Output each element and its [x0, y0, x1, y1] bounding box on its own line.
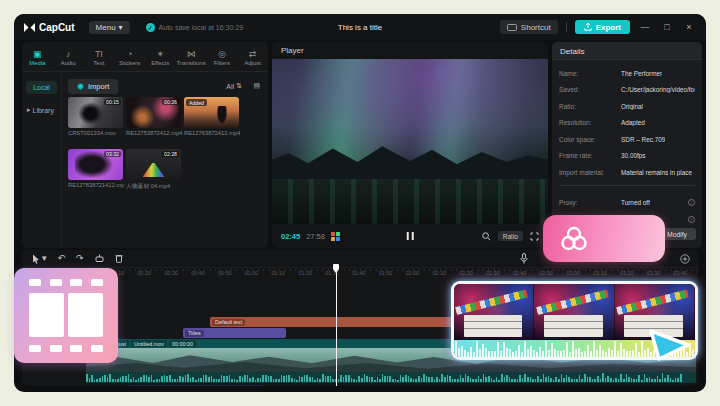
import-icon	[77, 83, 84, 90]
adjust-icon: ⇄	[249, 49, 257, 59]
titles-clip[interactable]: Titles	[183, 328, 286, 338]
timeline-ruler[interactable]: 00:0000:1000:2000:3000:4000:5001:0001:10…	[22, 268, 698, 280]
fullscreen-icon[interactable]	[530, 232, 539, 241]
lake-reflection	[272, 179, 548, 224]
media-sidebar: Local ▸ Library	[22, 73, 62, 248]
filter-rings-icon	[559, 226, 589, 252]
export-button[interactable]: Export	[575, 20, 630, 34]
audio-clip[interactable]: Speed 2.0xAudio.aac00:00:00	[128, 385, 265, 386]
import-button[interactable]: Import	[68, 79, 118, 94]
shortcut-button[interactable]: Shortcut	[500, 20, 558, 34]
delete-button[interactable]	[115, 254, 123, 263]
maximize-button[interactable]: □	[660, 22, 674, 32]
media-thumb-3[interactable]: Added	[184, 97, 239, 128]
filmstrip-sticker-overlay	[14, 268, 118, 363]
record-voiceover-button[interactable]	[520, 253, 528, 264]
titlebar-right: Shortcut Export — □ ×	[500, 20, 696, 34]
tab-media[interactable]: ▣ Media	[22, 42, 53, 71]
filmstrip-frame	[29, 293, 64, 337]
media-thumb-5[interactable]: 02:28	[126, 149, 181, 180]
ruler-tick: 03:10	[593, 270, 607, 276]
details-value: Turned off	[621, 199, 650, 206]
tab-transitions[interactable]: ⋈ Transitions	[176, 42, 207, 71]
filmstrip-frame	[68, 293, 103, 337]
stickers-icon: ◔	[127, 49, 132, 59]
details-value: C:/User/jackoring/video/footage	[621, 86, 695, 93]
pause-button[interactable]	[407, 232, 414, 240]
filter-all-dropdown[interactable]: All ⇅	[226, 82, 242, 90]
details-label: Proxy:	[559, 199, 621, 206]
details-value: Material remains in place	[621, 169, 692, 176]
playhead[interactable]	[332, 264, 340, 386]
redo-button[interactable]: ↷	[76, 254, 84, 263]
playhead-line	[336, 272, 337, 386]
split-button[interactable]	[95, 254, 104, 263]
track-disable-icon[interactable]: ⊘	[32, 384, 39, 386]
select-tool-button[interactable]: ▾	[32, 254, 47, 264]
check-icon: ✓	[146, 23, 155, 32]
quality-icon[interactable]	[331, 232, 340, 241]
ratio-button[interactable]: Ratio	[498, 231, 523, 241]
video-preview[interactable]	[272, 59, 548, 224]
tab-audio[interactable]: ♪ Audio	[53, 42, 84, 71]
ruler-tick: 02:40	[513, 270, 527, 276]
details-row: Frame rate:30.00fps	[552, 148, 702, 165]
chevron-down-icon: ▾	[119, 23, 123, 32]
ruler-tick: 00:20	[138, 270, 152, 276]
media-thumb-4[interactable]: 03:32	[68, 149, 123, 180]
details-value: 30.00fps	[621, 152, 646, 159]
sidebar-item-local[interactable]: Local	[26, 81, 57, 94]
info-icon: i	[688, 199, 695, 206]
details-label: Resolution:	[559, 119, 621, 126]
menu-button[interactable]: Menu ▾	[89, 21, 130, 34]
tab-text[interactable]: TI Text	[84, 42, 115, 71]
sidebar-item-library[interactable]: ▸ Library	[22, 106, 61, 114]
filmstrip-holes	[29, 279, 103, 286]
media-thumb-2[interactable]: 00:26	[126, 97, 181, 128]
effects-icon: ✶	[157, 49, 165, 59]
ruler-tick: 02:10	[432, 270, 446, 276]
close-button[interactable]: ×	[682, 22, 696, 32]
filters-icon: ◎	[218, 49, 226, 59]
media-thumb-1[interactable]: 00:15	[68, 97, 123, 128]
sort-icon: ⇅	[236, 82, 242, 90]
ruler-tick: 01:20	[298, 270, 312, 276]
divider	[559, 185, 695, 186]
ruler-tick: 00:30	[164, 270, 178, 276]
details-rows: Name:The PerformerSaved:C:/User/jackorin…	[552, 60, 702, 181]
text-clip-label: Default text	[212, 319, 245, 326]
blade-icon	[95, 254, 104, 263]
ruler-tick: 01:50	[379, 270, 393, 276]
video-audio-waveform[interactable]	[86, 372, 696, 383]
preview-zoom-icon[interactable]	[482, 232, 491, 241]
text-icon: TI	[95, 49, 103, 59]
filters-callout-overlay	[543, 215, 665, 262]
details-value: SDR – Rec.709	[621, 136, 665, 143]
project-title: This is a title	[338, 23, 382, 32]
view-grid-icon[interactable]: ▤	[253, 82, 260, 90]
details-label: Saved:	[559, 86, 621, 93]
undo-button[interactable]: ↶	[58, 254, 66, 263]
media-grid: Import All ⇅ ▤ 00:15 00:26 Added CRST001…	[62, 73, 268, 248]
media-filename: RE12753872412.mp4	[126, 130, 182, 136]
details-row: Resolution:Adapted	[552, 115, 702, 132]
details-row: Saved:C:/User/jackoring/video/footage	[552, 82, 702, 99]
tab-adjust[interactable]: ⇄ Adjust	[237, 42, 268, 71]
tab-stickers[interactable]: ◔ Stickers	[114, 42, 145, 71]
keyboard-icon	[507, 24, 517, 31]
player-header: Player	[272, 42, 548, 59]
tab-filters[interactable]: ◎ Filters	[207, 42, 238, 71]
tab-effects[interactable]: ✶ Effects	[145, 42, 176, 71]
details-label: Name:	[559, 70, 621, 77]
autosave-status: ✓ Auto save local at 16:30:29	[146, 23, 243, 32]
minimize-button[interactable]: —	[638, 22, 652, 32]
timeline-zoom-in-button[interactable]	[680, 254, 690, 264]
caret-right-icon: ▸	[27, 106, 31, 114]
clapperboard-frame	[534, 284, 614, 341]
cursor-icon	[32, 254, 40, 264]
duration-badge: 00:15	[104, 99, 121, 105]
details-label: Frame rate:	[559, 152, 621, 159]
media-filename: CRST001334.mov	[68, 130, 124, 136]
player-panel: Player 02:45 27:58 Ratio	[272, 42, 548, 248]
cursor-pointer-icon	[648, 328, 692, 364]
